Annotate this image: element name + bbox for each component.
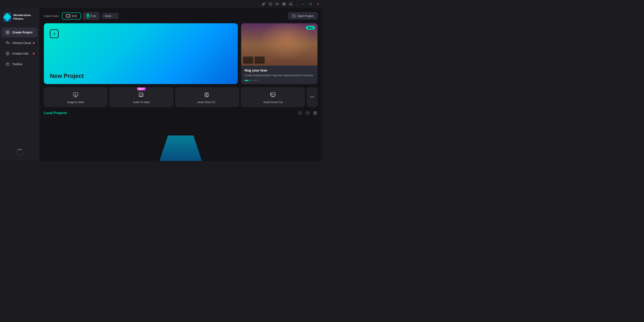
featured-thumb-2	[254, 56, 265, 64]
aspect-9-16-button[interactable]: 9:16	[83, 12, 100, 20]
svg-point-21	[140, 94, 141, 95]
svg-line-34	[300, 114, 301, 114]
sidebar-item-creator-hub[interactable]: Creator Hub	[2, 49, 38, 58]
featured-description: Create heartwarming AI hugs that capture…	[244, 74, 314, 77]
audio-to-video-label: Audio To Video	[133, 101, 150, 104]
close-button[interactable]: ✕	[316, 2, 320, 6]
bottom-area	[44, 118, 318, 161]
svg-point-22	[141, 94, 142, 95]
new-project-card[interactable]: ＋ New Project	[44, 23, 238, 84]
smart-scene-cut-icon	[269, 91, 277, 99]
carousel-dots	[244, 80, 314, 81]
carousel-dot-1[interactable]	[244, 80, 249, 81]
cloud-upload-icon[interactable]	[275, 2, 279, 6]
svg-point-33	[298, 112, 301, 114]
audio-to-video-icon	[138, 91, 145, 99]
tall-icon	[87, 14, 89, 18]
local-projects-section: Local Projects	[44, 111, 318, 115]
svg-rect-4	[283, 4, 284, 5]
featured-thumb-1	[243, 56, 254, 64]
open-project-button[interactable]: Open Project	[288, 12, 318, 19]
more-tools-label: •••	[310, 95, 314, 99]
bottom-decoration	[160, 135, 202, 161]
minimize-button[interactable]: —	[300, 2, 305, 6]
screen-record-icon[interactable]	[268, 2, 272, 6]
sidebar-logo: Wondershare Filmora	[0, 10, 39, 27]
main-content: Aspect ratio: 16:9 9:16 More Open Projec…	[39, 8, 322, 161]
app-name: Wondershare Filmora	[13, 13, 36, 21]
sidebar-bottom	[0, 146, 39, 158]
svg-rect-19	[74, 92, 78, 96]
svg-rect-37	[314, 113, 315, 114]
sidebar-item-toolbox[interactable]: Toolbox	[2, 59, 38, 69]
open-project-label: Open Project	[297, 14, 314, 17]
tool-smart-scene-cut[interactable]: Smart Scene Cut	[241, 87, 305, 107]
featured-thumbnails	[243, 56, 265, 64]
titlebar-icons: — ❐ ✕	[262, 2, 320, 6]
more-tools-button[interactable]: •••	[307, 87, 318, 107]
sidebar-item-filmora-cloud[interactable]: Filmora Cloud	[2, 38, 38, 48]
featured-content: Hug your love Create heartwarming AI hug…	[241, 66, 318, 84]
titlebar: — ❐ ✕	[0, 0, 322, 8]
tool-buttons: Image to Video BETA Audio To Video Smart…	[44, 87, 318, 107]
sidebar-item-creator-hub-label: Creator Hub	[12, 52, 28, 55]
sidebar-item-create-project-label: Create Project	[12, 31, 32, 34]
sidebar-item-toolbox-label: Toolbox	[12, 62, 22, 66]
new-badge: New	[306, 26, 315, 30]
more-aspect-button[interactable]: More	[102, 13, 119, 19]
maximize-button[interactable]: ❐	[308, 2, 313, 6]
carousel-dot-2[interactable]	[250, 80, 251, 81]
creator-hub-dot	[33, 53, 34, 54]
svg-rect-24	[206, 93, 208, 96]
tool-audio-to-video[interactable]: BETA Audio To Video	[110, 87, 173, 107]
smart-short-clip-icon	[204, 91, 211, 99]
smart-scene-cut-label: Smart Scene Cut	[263, 101, 282, 104]
featured-card[interactable]: New Hug your love Create heartwarming AI…	[241, 23, 318, 84]
refresh-icon[interactable]	[305, 111, 310, 115]
aspect-ratio-section: Aspect ratio: 16:9 9:16 More	[44, 12, 119, 20]
svg-rect-35	[314, 112, 315, 113]
create-project-icon	[6, 30, 10, 34]
app-logo-icon	[4, 12, 11, 22]
svg-point-11	[7, 53, 8, 54]
carousel-dot-4[interactable]	[254, 80, 256, 81]
titlebar-divider	[296, 2, 297, 6]
local-projects-title: Local Projects	[44, 111, 67, 115]
sidebar-item-create-project[interactable]: Create Project	[2, 27, 38, 37]
svg-rect-3	[284, 3, 285, 4]
headset-icon[interactable]	[289, 2, 293, 6]
local-projects-actions	[298, 111, 318, 115]
toolbox-icon	[6, 62, 10, 66]
tool-image-to-video[interactable]: Image to Video	[44, 87, 108, 107]
creator-hub-icon	[6, 51, 10, 56]
image-to-video-icon	[72, 91, 80, 99]
filmora-cloud-icon	[6, 41, 10, 45]
aspect-9-16-label: 9:16	[90, 14, 96, 17]
filmora-cloud-dot	[33, 42, 34, 44]
svg-rect-36	[316, 112, 316, 113]
svg-rect-5	[284, 4, 285, 5]
sidebar: Wondershare Filmora Create Project Filmo…	[0, 8, 39, 161]
svg-rect-38	[316, 113, 316, 114]
carousel-dot-3[interactable]	[252, 80, 254, 81]
tool-smart-short-clip[interactable]: Smart Short Cli...	[176, 87, 239, 107]
rocket-icon[interactable]	[262, 2, 266, 6]
cards-area: ＋ New Project New Hug your love Create h…	[44, 23, 318, 84]
svg-point-29	[271, 94, 272, 95]
image-to-video-label: Image to Video	[67, 101, 84, 104]
aspect-16-9-button[interactable]: 16:9	[62, 12, 80, 19]
featured-title: Hug your love	[244, 69, 314, 72]
beta-badge: BETA	[137, 87, 146, 90]
more-label: More	[105, 14, 112, 17]
loading-spinner	[16, 149, 23, 156]
new-project-title: New Project	[50, 73, 232, 79]
featured-image: New	[241, 23, 318, 66]
svg-rect-2	[283, 3, 284, 4]
grid-layout-icon[interactable]	[282, 2, 286, 6]
view-toggle-icon[interactable]	[313, 111, 318, 115]
search-icon[interactable]	[298, 111, 302, 115]
carousel-dot-5[interactable]	[257, 80, 258, 81]
logo-diamond	[3, 13, 12, 21]
new-project-plus-icon: ＋	[50, 29, 59, 38]
aspect-16-9-label: 16:9	[72, 14, 77, 17]
